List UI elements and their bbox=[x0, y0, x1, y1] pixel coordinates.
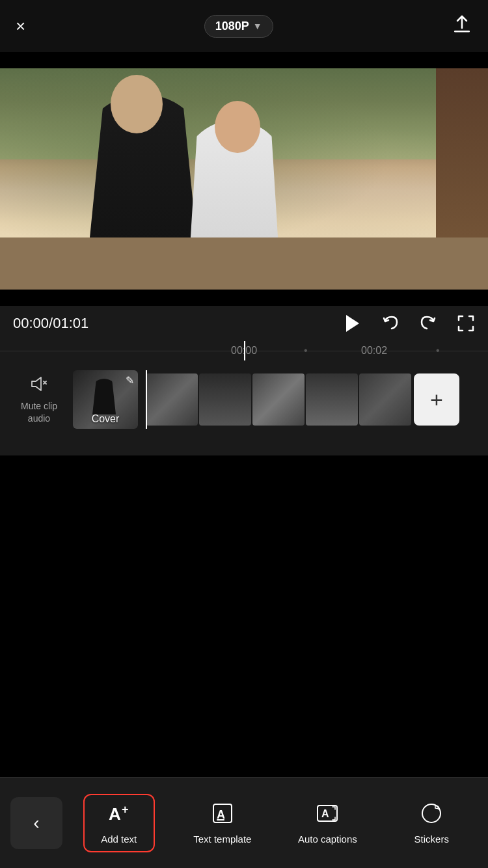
svg-rect-0 bbox=[454, 31, 470, 33]
filmstrip-playhead bbox=[146, 370, 147, 429]
export-icon bbox=[452, 14, 472, 34]
film-frame-1 bbox=[146, 373, 198, 426]
fullscreen-icon bbox=[457, 314, 475, 332]
ruler-dot-1: • bbox=[304, 345, 308, 357]
timeline-playhead-ruler bbox=[244, 341, 245, 360]
svg-text:+: + bbox=[122, 803, 129, 816]
auto-captions-icon: A bbox=[316, 802, 339, 828]
back-icon: ‹ bbox=[33, 813, 39, 834]
bottom-toolbar: ‹ A + Add text A Text template bbox=[0, 777, 488, 868]
film-frame-5 bbox=[359, 373, 411, 426]
auto-captions-label: Auto captions bbox=[298, 834, 357, 845]
timeline-ruler: 00:00 • 00:02 • bbox=[0, 341, 488, 360]
time-display: 00:00/01:01 bbox=[13, 315, 130, 332]
filmstrip-container: + bbox=[146, 370, 475, 429]
toolbar-item-auto-captions[interactable]: A Auto captions bbox=[290, 795, 365, 851]
play-icon bbox=[342, 314, 362, 333]
svg-point-9 bbox=[422, 804, 441, 822]
head-right bbox=[215, 101, 260, 153]
control-buttons bbox=[342, 314, 475, 333]
toolbar-items: A + Add text A Text template bbox=[62, 794, 488, 852]
edit-icon: ✎ bbox=[126, 374, 134, 387]
video-preview bbox=[0, 52, 488, 306]
timeline-area: 00:00/01:01 bbox=[0, 306, 488, 455]
play-button[interactable] bbox=[342, 314, 362, 333]
stickers-icon bbox=[420, 802, 443, 828]
export-button[interactable] bbox=[452, 14, 472, 39]
add-text-label: Add text bbox=[101, 834, 137, 845]
toolbar-item-add-text[interactable]: A + Add text bbox=[83, 794, 155, 852]
svg-rect-6 bbox=[217, 819, 224, 821]
cover-thumbnail[interactable]: ✎ Cover bbox=[73, 370, 138, 429]
mute-label: Mute clipaudio bbox=[21, 400, 57, 424]
filmstrip bbox=[146, 373, 411, 426]
redo-button[interactable] bbox=[419, 314, 437, 332]
undo-icon bbox=[381, 314, 400, 332]
resolution-label: 1080P bbox=[215, 20, 249, 33]
add-clip-button[interactable]: + bbox=[414, 373, 459, 426]
svg-marker-1 bbox=[346, 315, 359, 332]
film-frame-2 bbox=[199, 373, 251, 426]
toolbar-item-stickers[interactable]: Stickers bbox=[396, 795, 467, 851]
video-frame bbox=[0, 68, 488, 290]
chevron-down-icon: ▼ bbox=[253, 21, 262, 31]
top-bar: × 1080P ▼ bbox=[0, 0, 488, 52]
head-left bbox=[111, 75, 163, 133]
close-button[interactable]: × bbox=[16, 18, 25, 34]
cover-label: Cover bbox=[73, 413, 138, 425]
mute-icon bbox=[29, 375, 49, 398]
toolbar-item-text-template[interactable]: A Text template bbox=[185, 795, 259, 851]
text-template-icon: A bbox=[211, 802, 234, 828]
ruler-dot-2: • bbox=[436, 345, 440, 357]
undo-button[interactable] bbox=[381, 314, 400, 332]
svg-text:A: A bbox=[109, 804, 121, 824]
resolution-button[interactable]: 1080P ▼ bbox=[204, 15, 273, 38]
film-frame-4 bbox=[306, 373, 358, 426]
add-icon: + bbox=[430, 387, 443, 413]
redo-icon bbox=[419, 314, 437, 332]
counter bbox=[0, 237, 488, 290]
stickers-label: Stickers bbox=[414, 834, 449, 845]
back-button[interactable]: ‹ bbox=[10, 797, 62, 849]
fullscreen-button[interactable] bbox=[457, 314, 475, 332]
text-template-label: Text template bbox=[193, 834, 251, 845]
clip-track: Mute clipaudio ✎ Cover + bbox=[0, 360, 488, 439]
mute-clip-button[interactable]: Mute clipaudio bbox=[13, 375, 65, 424]
ruler-mark-2: 00:02 bbox=[361, 345, 387, 357]
add-text-icon: A + bbox=[107, 802, 131, 828]
film-frame-3 bbox=[252, 373, 305, 426]
svg-text:A: A bbox=[321, 808, 329, 819]
playback-controls: 00:00/01:01 bbox=[0, 306, 488, 341]
